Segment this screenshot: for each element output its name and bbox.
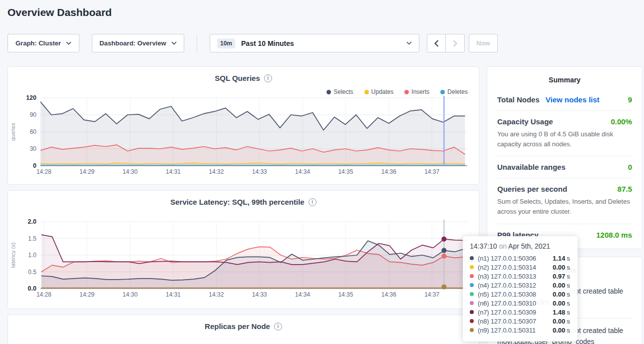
svg-text:14:35: 14:35 bbox=[338, 291, 353, 298]
p99-latency-value: 1208.0 ms bbox=[596, 231, 632, 239]
node-color-dot-icon bbox=[470, 310, 474, 314]
svg-text:1.0: 1.0 bbox=[28, 252, 36, 259]
svg-text:14:31: 14:31 bbox=[166, 291, 181, 298]
unavailable-ranges-value: 0 bbox=[628, 163, 632, 171]
time-next-button[interactable] bbox=[446, 34, 465, 52]
summary-row-qps: Queries per second 87.5 Sum of Selects, … bbox=[497, 178, 632, 223]
svg-text:14:37: 14:37 bbox=[424, 168, 439, 175]
replicas-per-node-title: Replicas per Node bbox=[205, 322, 270, 331]
info-icon[interactable] bbox=[309, 198, 317, 206]
replicas-per-node-panel: Replicas per Node bbox=[7, 315, 479, 344]
chevron-right-icon bbox=[453, 40, 457, 47]
svg-text:14:34: 14:34 bbox=[295, 291, 310, 298]
time-range-selector[interactable]: 10m Past 10 Minutes bbox=[210, 34, 419, 52]
node-color-dot-icon bbox=[470, 319, 474, 323]
total-nodes-label: Total Nodes bbox=[497, 95, 540, 104]
svg-text:14:30: 14:30 bbox=[123, 291, 138, 298]
svg-text:14:32: 14:32 bbox=[209, 168, 224, 175]
tooltip-node-row: (n5) 127.0.0.1:503080.00s bbox=[470, 290, 571, 299]
capacity-usage-label: Capacity Usage bbox=[497, 117, 553, 126]
node-color-dot-icon bbox=[470, 283, 474, 287]
sql-queries-panel: SQL Queries SelectsUpdatesInsertsDeletes… bbox=[7, 66, 479, 185]
total-nodes-value: 9 bbox=[628, 95, 632, 104]
chart-tooltip: 14:37:10 on Apr 5th, 2021 (n1) 127.0.0.1… bbox=[463, 236, 578, 342]
chevron-left-icon bbox=[434, 40, 439, 47]
node-color-dot-icon bbox=[470, 328, 474, 332]
svg-text:0.5: 0.5 bbox=[28, 269, 36, 276]
svg-text:14:33: 14:33 bbox=[252, 168, 267, 175]
svg-text:2.0: 2.0 bbox=[28, 218, 36, 225]
svg-text:14:35: 14:35 bbox=[338, 168, 353, 175]
service-latency-panel: Service Latency: SQL, 99th percentile 0.… bbox=[7, 190, 479, 309]
sql-queries-chart[interactable]: 030609012014:2814:2914:3014:3114:3214:33… bbox=[8, 92, 479, 178]
svg-text:14:32: 14:32 bbox=[209, 291, 224, 298]
tooltip-node-row: (n7) 127.0.0.1:503091.48s bbox=[470, 308, 571, 317]
tooltip-node-row: (n1) 127.0.0.1:503061.14s bbox=[470, 254, 571, 263]
controls-bar: Graph: Cluster Dashboard: Overview 10m P… bbox=[7, 34, 498, 52]
qps-value: 87.5 bbox=[618, 185, 632, 193]
service-latency-title: Service Latency: SQL, 99th percentile bbox=[170, 198, 304, 206]
svg-text:queries: queries bbox=[10, 122, 16, 141]
tooltip-node-row: (n6) 127.0.0.1:503100.00s bbox=[470, 299, 571, 308]
capacity-usage-value: 0.00% bbox=[611, 117, 632, 126]
summary-row-total-nodes: Total Nodes View nodes list 9 bbox=[497, 89, 632, 110]
overview-dashboard-page: Overview Dashboard Graph: Cluster Dashbo… bbox=[0, 0, 644, 344]
charts-column: SQL Queries SelectsUpdatesInsertsDeletes… bbox=[7, 66, 479, 344]
node-color-dot-icon bbox=[470, 292, 474, 296]
svg-text:60: 60 bbox=[30, 128, 37, 135]
svg-text:0.0: 0.0 bbox=[28, 285, 36, 292]
svg-text:14:29: 14:29 bbox=[79, 291, 94, 298]
svg-text:14:34: 14:34 bbox=[295, 168, 310, 175]
node-color-dot-icon bbox=[470, 265, 474, 269]
time-prev-button[interactable] bbox=[427, 34, 446, 52]
unavailable-ranges-label: Unavailable ranges bbox=[497, 163, 566, 171]
sql-queries-title: SQL Queries bbox=[215, 74, 260, 82]
svg-text:14:28: 14:28 bbox=[36, 291, 51, 298]
tooltip-node-row: (n3) 127.0.0.1:503130.97s bbox=[470, 272, 571, 281]
info-icon[interactable] bbox=[274, 323, 282, 331]
graph-dropdown-label: Graph: Cluster bbox=[15, 39, 61, 47]
svg-text:14:30: 14:30 bbox=[123, 168, 138, 175]
svg-text:14:29: 14:29 bbox=[79, 168, 94, 175]
chevron-down-icon bbox=[66, 41, 71, 45]
dashboard-dropdown-label: Dashboard: Overview bbox=[99, 39, 166, 47]
tooltip-node-row: (n8) 127.0.0.1:503070.00s bbox=[470, 317, 571, 326]
svg-text:14:36: 14:36 bbox=[381, 168, 396, 175]
capacity-usage-desc: You are using 0 B of 4.5 GiB usable disk… bbox=[497, 129, 632, 149]
info-icon[interactable] bbox=[264, 74, 272, 82]
summary-title: Summary bbox=[497, 67, 632, 89]
svg-text:14:37: 14:37 bbox=[424, 291, 439, 298]
now-button[interactable]: Now bbox=[469, 34, 498, 52]
tooltip-node-row: (n9) 127.0.0.1:503110.00s bbox=[470, 326, 571, 335]
time-range-label: Past 10 Minutes bbox=[241, 39, 294, 47]
svg-text:30: 30 bbox=[30, 145, 37, 152]
dashboard-dropdown[interactable]: Dashboard: Overview bbox=[92, 34, 184, 52]
graph-dropdown[interactable]: Graph: Cluster bbox=[7, 34, 79, 52]
controls-divider bbox=[197, 34, 197, 52]
svg-text:90: 90 bbox=[30, 111, 37, 118]
summary-panel: Summary Total Nodes View nodes list 9 Ca… bbox=[487, 66, 643, 249]
svg-text:14:28: 14:28 bbox=[36, 168, 51, 175]
tooltip-node-row: (n4) 127.0.0.1:503120.00s bbox=[470, 281, 571, 290]
qps-desc: Sum of Selects, Updates, Inserts, and De… bbox=[497, 197, 632, 217]
time-range-badge: 10m bbox=[217, 38, 235, 48]
time-nav-group bbox=[427, 34, 465, 52]
svg-text:14:31: 14:31 bbox=[166, 168, 181, 175]
node-color-dot-icon bbox=[470, 274, 474, 278]
svg-text:14:36: 14:36 bbox=[381, 291, 396, 298]
chevron-down-icon bbox=[171, 41, 177, 45]
tooltip-node-row: (n2) 127.0.0.1:503140.00s bbox=[470, 263, 571, 272]
view-nodes-link[interactable]: View nodes list bbox=[546, 95, 600, 104]
qps-label: Queries per second bbox=[497, 185, 567, 193]
svg-text:1.5: 1.5 bbox=[28, 235, 36, 242]
summary-row-capacity: Capacity Usage 0.00% You are using 0 B o… bbox=[497, 110, 632, 156]
chevron-down-icon bbox=[406, 41, 412, 45]
service-latency-chart[interactable]: 0.00.51.01.52.014:2814:2914:3014:3114:32… bbox=[8, 216, 479, 302]
page-title: Overview Dashboard bbox=[7, 6, 112, 18]
tooltip-rows: (n1) 127.0.0.1:503061.14s(n2) 127.0.0.1:… bbox=[470, 254, 571, 335]
node-color-dot-icon bbox=[470, 301, 474, 305]
tooltip-timestamp: 14:37:10 on Apr 5th, 2021 bbox=[470, 242, 571, 250]
node-color-dot-icon bbox=[470, 256, 474, 260]
svg-text:latency (s): latency (s) bbox=[10, 243, 16, 268]
svg-text:120: 120 bbox=[26, 94, 36, 101]
